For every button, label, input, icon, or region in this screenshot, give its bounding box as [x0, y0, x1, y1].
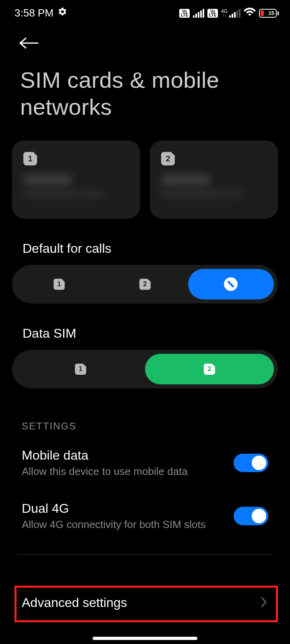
volte-badge-1: VoLTE [179, 9, 190, 18]
dual-4g-subtitle: Allow 4G connectivity for both SIM slots [22, 518, 206, 531]
advanced-settings-title: Advanced settings [22, 595, 127, 610]
data-sim-selector: 1 2 [12, 350, 278, 388]
mobile-data-subtitle: Allow this device to use mobile data [22, 465, 188, 478]
back-button[interactable] [19, 44, 39, 51]
chevron-right-icon [260, 596, 268, 610]
status-bar: 3:58 PM VoLTE VoLTE 4G↑↓ 15 [0, 0, 290, 23]
page-title: SIM cards & mobile networks [0, 51, 290, 120]
sim-chip-icon: 1 [75, 363, 86, 375]
status-time: 3:58 PM [14, 7, 54, 19]
sim-chip-icon: 2 [139, 279, 151, 290]
battery-indicator: 15 [259, 9, 279, 18]
dual-4g-title: Dual 4G [22, 501, 206, 516]
advanced-settings-row[interactable]: Advanced settings [0, 584, 290, 621]
dual-4g-toggle[interactable] [234, 507, 268, 525]
sim-chip-icon: 1 [23, 152, 37, 165]
wifi-icon [244, 6, 256, 21]
signal-bars-1 [193, 9, 204, 18]
mobile-data-title: Mobile data [22, 448, 188, 463]
sim-card-2[interactable]: 2 [150, 140, 278, 219]
dual-4g-row[interactable]: Dual 4G Allow 4G connectivity for both S… [0, 489, 290, 542]
default-calls-option-2[interactable]: 2 [102, 269, 188, 299]
home-indicator[interactable] [93, 637, 197, 640]
sim-chip-icon: 2 [204, 363, 215, 375]
data-sim-option-1[interactable]: 1 [16, 354, 145, 384]
settings-header: SETTINGS [0, 388, 290, 436]
do-not-disturb-icon [224, 277, 238, 291]
default-calls-option-1[interactable]: 1 [16, 269, 102, 299]
sim-chip-icon: 1 [54, 279, 65, 290]
divider [18, 554, 272, 555]
mobile-data-toggle[interactable] [234, 454, 268, 472]
gear-icon [58, 7, 67, 19]
network-4g-label: 4G↑↓ [221, 9, 228, 17]
data-sim-option-2[interactable]: 2 [145, 354, 274, 384]
data-sim-label: Data SIM [0, 303, 290, 350]
signal-bars-2 [229, 9, 240, 18]
default-calls-option-ask[interactable] [188, 269, 274, 299]
sim-chip-icon: 2 [161, 152, 175, 165]
default-calls-label: Default for calls [0, 219, 290, 265]
volte-badge-2: VoLTE [207, 9, 218, 18]
sim-card-1[interactable]: 1 [12, 140, 140, 219]
default-calls-selector: 1 2 [12, 265, 278, 303]
sim-card-2-details [161, 174, 267, 198]
mobile-data-row[interactable]: Mobile data Allow this device to use mob… [0, 436, 290, 489]
sim-card-1-details [23, 174, 129, 198]
